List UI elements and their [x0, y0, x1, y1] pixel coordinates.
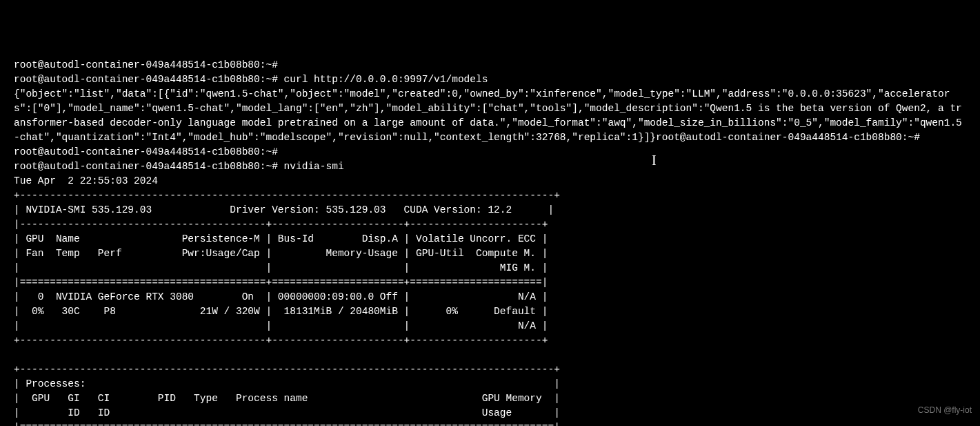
smi-blank — [14, 349, 560, 360]
smi-gpu-row: | | | N/A | — [14, 320, 548, 331]
smi-gpu-row: | 0% 30C P8 21W / 320W | 18131MiB / 2048… — [14, 306, 548, 317]
smi-sep: |=======================================… — [14, 277, 548, 288]
smi-col-header: | | | MIG M. | — [14, 262, 548, 273]
smi-proc-sep: |=======================================… — [14, 422, 560, 426]
prompt-line: root@autodl-container-049a448514-c1b08b8… — [14, 146, 278, 157]
nvidia-smi-command: nvidia-smi — [284, 161, 344, 172]
smi-col-header: | Fan Temp Perf Pwr:Usage/Cap | Memory-U… — [14, 248, 548, 259]
smi-border: +---------------------------------------… — [14, 190, 560, 201]
nvidia-smi-date: Tue Apr 2 22:55:03 2024 — [14, 175, 158, 186]
curl-command: curl http://0.0.0.0:9997/v1/models — [284, 74, 488, 85]
text-cursor-icon: I — [652, 153, 657, 168]
prompt-line-nvidia: root@autodl-container-049a448514-c1b08b8… — [14, 161, 344, 172]
smi-proc-cols: | GPU GI CI PID Type Process name GPU Me… — [14, 393, 560, 404]
smi-proc-cols: | ID ID Usage | — [14, 407, 560, 418]
terminal-output[interactable]: root@autodl-container-049a448514-c1b08b8… — [14, 58, 966, 426]
watermark: CSDN @fly-iot — [918, 403, 972, 418]
smi-gpu-row: | 0 NVIDIA GeForce RTX 3080 On | 0000000… — [14, 291, 548, 302]
smi-col-header: | GPU Name Persistence-M | Bus-Id Disp.A… — [14, 233, 548, 244]
smi-header: | NVIDIA-SMI 535.129.03 Driver Version: … — [14, 204, 554, 215]
smi-border: +---------------------------------------… — [14, 335, 548, 346]
prompt-line: root@autodl-container-049a448514-c1b08b8… — [14, 59, 278, 70]
curl-output: {"object":"list","data":[{"id":"qwen1.5-… — [14, 87, 966, 145]
smi-proc-header: | Processes: | — [14, 378, 560, 389]
smi-sep: |---------------------------------------… — [14, 219, 548, 230]
prompt-line-curl: root@autodl-container-049a448514-c1b08b8… — [14, 74, 488, 85]
smi-proc-border: +---------------------------------------… — [14, 364, 560, 375]
